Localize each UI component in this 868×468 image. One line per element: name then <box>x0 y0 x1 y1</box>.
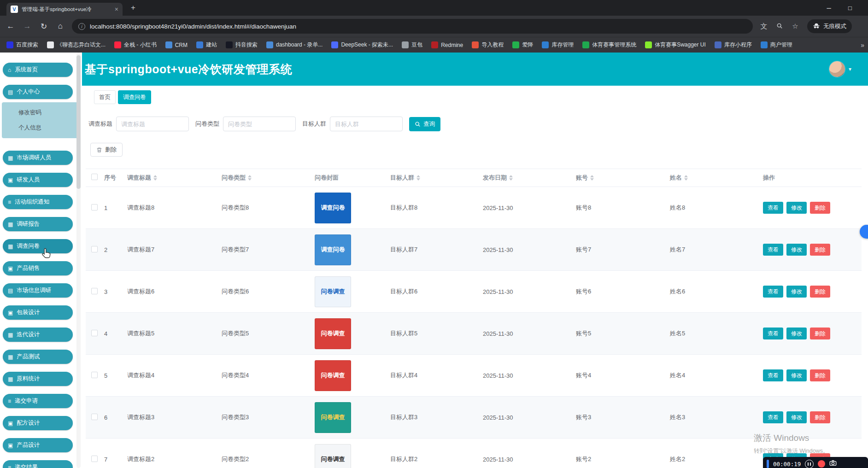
view-button[interactable]: 查看 <box>763 369 783 381</box>
bookmark-item[interactable]: 商户管理 <box>761 41 792 49</box>
delete-row-button[interactable]: 删除 <box>810 286 830 298</box>
bookmark-star-icon[interactable]: ☆ <box>791 22 800 30</box>
edit-button[interactable]: 修改 <box>786 286 807 298</box>
forward-icon[interactable]: → <box>22 22 32 31</box>
view-button[interactable]: 查看 <box>763 286 783 298</box>
user-menu[interactable]: ▾ <box>829 61 851 77</box>
record-stop-button[interactable] <box>818 460 825 468</box>
view-button[interactable]: 查看 <box>763 328 783 339</box>
bookmark-item[interactable]: 建站 <box>196 41 217 49</box>
sidebar-item-product-design[interactable]: ▣产品设计 <box>3 438 73 452</box>
filter-title-input[interactable] <box>116 117 189 131</box>
tab-questionnaire[interactable]: 调查问卷 <box>118 90 151 104</box>
url-bar[interactable]: i localhost:8080/springboot48n21yi0/admi… <box>72 19 753 34</box>
zoom-icon[interactable] <box>775 23 784 30</box>
edit-button[interactable]: 修改 <box>786 369 807 381</box>
delete-row-button[interactable]: 删除 <box>810 328 830 339</box>
filter-audience-input[interactable] <box>330 117 403 131</box>
edit-button[interactable]: 修改 <box>786 244 807 256</box>
translate-icon[interactable]: 文 <box>759 22 768 31</box>
bookmark-item[interactable]: 爱降 <box>512 41 533 49</box>
bookmark-item[interactable]: CRM <box>165 41 188 48</box>
sidebar-item-research-report[interactable]: ▦调研报告 <box>3 217 73 231</box>
sidebar-item-personal-center[interactable]: ▤个人中心 <box>3 85 73 99</box>
select-all-checkbox[interactable] <box>91 174 98 180</box>
bookmark-item[interactable]: 抖音搜索 <box>226 41 258 49</box>
pause-button[interactable] <box>805 460 814 468</box>
view-button[interactable]: 查看 <box>763 244 783 256</box>
sidebar-item-submit-result[interactable]: ≡递交结果 <box>3 460 73 468</box>
tab-close-icon[interactable]: × <box>115 6 118 13</box>
cover-image[interactable]: 问卷调查 <box>315 402 351 433</box>
sidebar-item-questionnaire[interactable]: ▦调查问卷 <box>3 239 73 253</box>
sidebar-subitem-change-password[interactable]: 修改密码 <box>2 105 79 120</box>
filter-type-input[interactable] <box>223 117 296 131</box>
bookmark-item[interactable]: 库存小程序 <box>715 41 752 49</box>
row-checkbox[interactable] <box>91 414 98 420</box>
sidebar-scrollbar-thumb[interactable] <box>76 55 81 189</box>
delete-row-button[interactable]: 删除 <box>810 369 830 381</box>
avatar[interactable] <box>829 61 845 77</box>
bookmark-item[interactable]: dashboard - 录单... <box>266 41 323 49</box>
row-checkbox[interactable] <box>91 288 98 294</box>
row-checkbox[interactable] <box>91 204 98 211</box>
sidebar-item-rd-staff[interactable]: ▣研发人员 <box>3 173 73 187</box>
cover-image[interactable]: 问卷调查 <box>315 276 351 307</box>
search-button[interactable]: 查询 <box>409 117 440 131</box>
col-audience[interactable]: 目标人群 <box>390 174 483 182</box>
col-title[interactable]: 调查标题 <box>127 174 222 182</box>
cover-image[interactable]: 问卷调查 <box>315 360 351 391</box>
sidebar-item-iteration-design[interactable]: ▦迭代设计 <box>3 328 73 342</box>
sidebar-item-product-sales[interactable]: ▣产品销售 <box>3 261 73 275</box>
delete-row-button[interactable]: 删除 <box>810 244 830 256</box>
sidebar-item-market-info-research[interactable]: ▤市场信息调研 <box>3 283 73 298</box>
edit-button[interactable]: 修改 <box>786 411 807 423</box>
col-account[interactable]: 账号 <box>576 174 670 182</box>
view-button[interactable]: 查看 <box>763 411 783 423</box>
bookmark-item[interactable]: 全栈 - 小红书 <box>114 41 157 49</box>
sidebar-subitem-personal-info[interactable]: 个人信息 <box>2 120 79 135</box>
delete-row-button[interactable]: 删除 <box>810 411 830 423</box>
cover-image[interactable]: 调查问卷 <box>315 193 351 223</box>
cover-image[interactable]: 问卷调查 <box>315 318 351 349</box>
site-info-icon[interactable]: i <box>78 23 85 30</box>
view-button[interactable]: 查看 <box>763 202 783 214</box>
col-date[interactable]: 发布日期 <box>483 174 576 182</box>
sidebar-item-home[interactable]: ⌂系统首页 <box>3 63 73 77</box>
row-checkbox[interactable] <box>91 246 98 252</box>
recorder-handle[interactable] <box>767 460 769 468</box>
row-checkbox[interactable] <box>91 372 98 378</box>
sidebar-item-packaging-design[interactable]: ▣包装设计 <box>3 305 73 320</box>
camera-icon[interactable] <box>829 460 837 468</box>
row-checkbox[interactable] <box>91 330 98 336</box>
bookmarks-overflow-icon[interactable]: » <box>861 41 864 49</box>
chevron-down-icon[interactable]: ▾ <box>849 66 851 72</box>
col-name[interactable]: 姓名 <box>670 174 763 182</box>
sidebar-item-formula-design[interactable]: ▣配方设计 <box>3 416 73 430</box>
bookmark-item[interactable]: Redmine <box>431 41 463 48</box>
edit-button[interactable]: 修改 <box>786 328 807 339</box>
bookmark-item[interactable]: 体育赛事管理系统 <box>582 41 636 49</box>
back-icon[interactable]: ← <box>6 22 16 31</box>
bookmark-item[interactable]: 百度搜索 <box>6 41 38 49</box>
bulk-delete-button[interactable]: 删除 <box>90 143 123 157</box>
sidebar-item-market-researcher[interactable]: ▦市场调研人员 <box>3 151 73 165</box>
bookmark-item[interactable]: 体育赛事Swagger UI <box>645 41 706 49</box>
sidebar-item-raw-material-stats[interactable]: ▦原料统计 <box>3 372 73 386</box>
home-icon[interactable]: ⌂ <box>55 22 65 31</box>
bookmark-item[interactable]: 豆包 <box>402 41 422 49</box>
window-close-button[interactable]: × <box>861 0 868 16</box>
edit-button[interactable]: 修改 <box>786 202 807 214</box>
new-tab-button[interactable]: + <box>131 3 135 12</box>
cover-image[interactable]: 调查问卷 <box>315 234 351 265</box>
reload-icon[interactable]: ↻ <box>39 22 49 31</box>
window-minimize-button[interactable]: ─ <box>818 0 839 16</box>
col-type[interactable]: 问卷类型 <box>222 174 315 182</box>
browser-tab[interactable]: V 管理端-基于springboot+vue冷 × <box>6 3 123 16</box>
bookmark-item[interactable]: DeepSeek - 探索未... <box>331 41 393 49</box>
bookmark-item[interactable]: 库存管理 <box>542 41 574 49</box>
sidebar-item-submit-application[interactable]: ≡递交申请 <box>3 394 73 408</box>
sidebar-item-product-testing[interactable]: ▦产品测试 <box>3 350 73 364</box>
row-checkbox[interactable] <box>91 456 98 462</box>
bookmark-item[interactable]: 导入教程 <box>472 41 504 49</box>
